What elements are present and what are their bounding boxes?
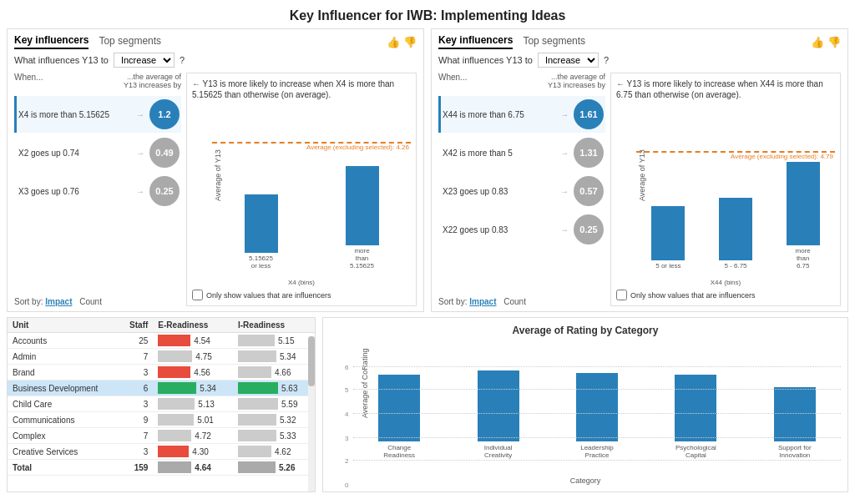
panel-1-body: When... ...the average of Y13 increases … bbox=[14, 73, 417, 306]
table-row: Brand 3 4.56 4.66 bbox=[8, 365, 315, 381]
arrow-2-1: → bbox=[560, 149, 569, 158]
thumbs-up-icon-2[interactable]: 👍 bbox=[811, 36, 824, 48]
cell-staff: 3 bbox=[119, 444, 153, 460]
sort-row-2: Sort by: Impact Count bbox=[438, 297, 605, 306]
arrow-2-3: → bbox=[560, 225, 569, 234]
col-ereadiness: E-Readiness bbox=[153, 318, 233, 333]
bar-2-0 bbox=[651, 206, 685, 260]
rating-bar-label-2: LeadershipPractice bbox=[580, 444, 614, 460]
influencer-row-1-2[interactable]: X3 goes up 0.76 → 0.25 bbox=[14, 173, 181, 209]
bar-2-2 bbox=[787, 162, 820, 245]
ytick-3: 3 bbox=[345, 434, 348, 441]
influencer-text-2-1: X42 is more than 5 bbox=[443, 149, 555, 158]
influencer-row-1-0[interactable]: X4 is more than 5.15625 → 1.2 bbox=[14, 96, 181, 133]
influencer-row-1-1[interactable]: X2 goes up 0.74 → 0.49 bbox=[14, 134, 181, 171]
cell-ireadiness: 4.66 bbox=[233, 365, 315, 381]
cell-ireadiness: 5.32 bbox=[233, 412, 315, 428]
bar-group-2-2: morethan6.75 bbox=[771, 162, 835, 270]
influencer-row-2-2[interactable]: X23 goes up 0.83 → 0.57 bbox=[438, 173, 605, 209]
rating-chart-title: Average of Rating by Category bbox=[330, 325, 841, 336]
cell-staff: 7 bbox=[119, 428, 153, 444]
checkbox-2[interactable] bbox=[616, 290, 627, 300]
influencer-text-1-2: X3 goes up 0.76 bbox=[18, 187, 131, 196]
influencer-text-1-0: X4 is more than 5.15625 bbox=[18, 110, 131, 119]
cell-ereadiness: 4.75 bbox=[153, 349, 233, 365]
tab-key-influencers-2[interactable]: Key influencers bbox=[438, 34, 513, 49]
rating-bar-0 bbox=[378, 375, 420, 441]
bubble-1-1: 0.49 bbox=[149, 138, 180, 168]
influencer-row-2-0[interactable]: X44 is more than 6.75 → 1.61 bbox=[438, 96, 605, 133]
arrow-2-0: → bbox=[560, 110, 569, 119]
dotted-line-2 bbox=[353, 460, 841, 461]
sort-impact-1[interactable]: Impact bbox=[45, 297, 72, 306]
chart-checkbox-2[interactable]: Only show values that are influencers bbox=[616, 290, 835, 300]
influencer-list-2: When... ...the average of Y13 increases … bbox=[438, 73, 605, 306]
ytick-4: 4 bbox=[345, 411, 348, 418]
cell-ereadiness: 5.34 bbox=[153, 381, 233, 396]
tab-top-segments-2[interactable]: Top segments bbox=[523, 35, 585, 48]
scroll-thumb[interactable] bbox=[308, 336, 315, 386]
cell-staff: 3 bbox=[119, 365, 153, 381]
rating-bar-label-4: Support forInnovation bbox=[778, 444, 812, 460]
bar-label-1-0: 5.15625or less bbox=[249, 255, 273, 270]
bar-chart-2: Average of Y13 Average (excluding select… bbox=[616, 107, 835, 286]
filter-label-1: What influences Y13 to bbox=[14, 55, 109, 65]
filter-select-2[interactable]: Increase bbox=[538, 53, 599, 68]
cell-ereadiness: 4.56 bbox=[153, 365, 233, 381]
question-mark-2[interactable]: ? bbox=[604, 55, 609, 65]
thumbs-down-icon-2[interactable]: 👎 bbox=[827, 36, 841, 48]
sort-impact-2[interactable]: Impact bbox=[469, 297, 496, 306]
rating-x-axis-label: Category bbox=[570, 476, 601, 485]
rating-bar-label-1: IndividualCreativity bbox=[484, 444, 513, 460]
total-staff: 159 bbox=[119, 460, 153, 476]
scroll-bar[interactable] bbox=[308, 336, 315, 491]
ytick-2: 2 bbox=[345, 457, 348, 465]
data-table: Unit Staff E-Readiness I-Readiness Accou… bbox=[8, 318, 315, 476]
bar-chart-1: Average of Y13 Average (excluding select… bbox=[192, 107, 411, 286]
cell-ireadiness: 4.62 bbox=[233, 444, 315, 460]
panel-2-filter: What influences Y13 to Increase ? bbox=[438, 53, 841, 68]
tab-top-segments-1[interactable]: Top segments bbox=[99, 35, 161, 48]
table-scroll[interactable]: Unit Staff E-Readiness I-Readiness Accou… bbox=[8, 318, 315, 491]
cell-staff: 9 bbox=[119, 412, 153, 428]
table-row: Creative Services 3 4.30 4.62 bbox=[8, 444, 315, 460]
cell-staff: 6 bbox=[119, 381, 153, 396]
ytick-0: 0 bbox=[345, 481, 348, 489]
checkbox-1[interactable] bbox=[192, 290, 203, 300]
sort-count-2[interactable]: Count bbox=[503, 297, 526, 306]
table-panel: Unit Staff E-Readiness I-Readiness Accou… bbox=[7, 317, 316, 492]
influencer-text-2-2: X23 goes up 0.83 bbox=[443, 187, 555, 196]
sort-count-1[interactable]: Count bbox=[79, 297, 102, 306]
bar-1-1 bbox=[346, 166, 379, 245]
cell-ireadiness: 5.15 bbox=[233, 333, 315, 349]
dotted-line-6 bbox=[353, 366, 841, 367]
cell-staff: 25 bbox=[119, 333, 153, 349]
when-label-1: When... bbox=[14, 73, 43, 89]
bubble-2-1: 1.31 bbox=[574, 138, 604, 168]
question-mark-1[interactable]: ? bbox=[180, 55, 185, 65]
tab-key-influencers-1[interactable]: Key influencers bbox=[14, 34, 89, 49]
avg-label-2: ...the average of Y13 increases by bbox=[539, 73, 605, 89]
filter-select-1[interactable]: Increase bbox=[114, 53, 175, 68]
cell-staff: 7 bbox=[119, 349, 153, 365]
cell-ereadiness: 4.30 bbox=[153, 444, 233, 460]
cell-ereadiness: 5.13 bbox=[153, 396, 233, 412]
influencer-row-2-1[interactable]: X42 is more than 5 → 1.31 bbox=[438, 134, 605, 171]
thumbs-up-icon[interactable]: 👍 bbox=[387, 36, 400, 48]
bar-group-1-0: 5.15625or less bbox=[212, 194, 310, 270]
avg-label-1: ...the average of Y13 increases by bbox=[114, 73, 181, 89]
cell-unit: Child Care bbox=[8, 396, 119, 412]
influencer-row-2-3[interactable]: X22 goes up 0.83 → 0.25 bbox=[438, 211, 605, 248]
bar-label-2-2: morethan6.75 bbox=[796, 247, 811, 270]
bar-group-2-0: 5 or less bbox=[636, 206, 701, 270]
rating-y-label: Average of CoRating bbox=[361, 349, 369, 418]
rating-bar-group-2: LeadershipPractice bbox=[551, 373, 643, 460]
thumbs-down-icon[interactable]: 👎 bbox=[403, 36, 417, 48]
table-row: Communications 9 5.01 5.32 bbox=[8, 412, 315, 428]
influencer-chart-2: ← Y13 is more likely to increase when X4… bbox=[610, 73, 841, 306]
influencer-chart-1: ← Y13 is more likely to increase when X4… bbox=[186, 73, 417, 306]
cell-unit: Brand bbox=[8, 365, 119, 381]
chart-checkbox-1[interactable]: Only show values that are influencers bbox=[192, 290, 411, 300]
influencer-panel-1: Key influencers Top segments 👍 👎 What in… bbox=[7, 28, 424, 312]
avg-line-1: Average (excluding selected): 4.26 bbox=[212, 142, 411, 144]
